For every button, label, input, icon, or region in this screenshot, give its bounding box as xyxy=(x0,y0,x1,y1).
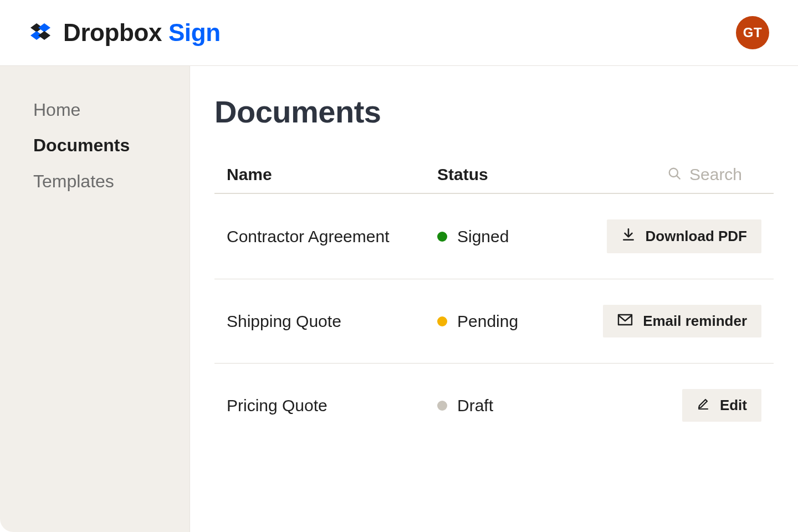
brand-secondary: Sign xyxy=(168,19,221,46)
email-reminder-button[interactable]: Email reminder xyxy=(603,305,761,337)
action-label: Email reminder xyxy=(643,313,747,330)
sidebar-item-home[interactable]: Home xyxy=(33,99,156,120)
main-panel: Documents Name Status Cont xyxy=(190,66,798,532)
table-row: Pricing Quote Draft Edit xyxy=(214,364,774,447)
download-pdf-button[interactable]: Download PDF xyxy=(607,219,761,253)
status-dot-icon xyxy=(437,316,447,326)
sidebar-item-documents[interactable]: Documents xyxy=(33,135,156,156)
status-cell: Signed xyxy=(437,227,584,246)
action-cell: Download PDF xyxy=(584,219,761,253)
search-icon xyxy=(667,166,682,183)
sidebar-item-label: Documents xyxy=(33,135,130,155)
avatar[interactable]: GT xyxy=(736,16,769,49)
document-name: Pricing Quote xyxy=(227,396,437,415)
sidebar-item-label: Home xyxy=(33,100,80,120)
status-label: Signed xyxy=(457,227,509,246)
svg-marker-1 xyxy=(38,23,50,32)
action-cell: Email reminder xyxy=(584,305,761,337)
table-row: Contractor Agreement Signed xyxy=(214,194,774,279)
action-cell: Edit xyxy=(584,389,761,422)
brand-logo[interactable]: Dropbox Sign xyxy=(29,19,221,47)
table-header: Name Status xyxy=(214,157,774,194)
status-cell: Pending xyxy=(437,312,584,331)
status-dot-icon xyxy=(437,232,447,242)
page-title: Documents xyxy=(214,94,774,130)
documents-table: Name Status Contractor Agreement xyxy=(214,157,774,447)
svg-line-5 xyxy=(677,176,679,178)
action-label: Download PDF xyxy=(646,228,747,245)
pencil-icon xyxy=(697,397,710,414)
column-status: Status xyxy=(437,165,584,184)
brand-primary: Dropbox xyxy=(63,19,168,46)
status-label: Draft xyxy=(457,396,493,415)
action-label: Edit xyxy=(720,397,747,414)
sidebar: Home Documents Templates xyxy=(0,66,190,532)
status-dot-icon xyxy=(437,401,447,411)
search-input[interactable] xyxy=(689,165,761,184)
status-label: Pending xyxy=(457,312,518,331)
document-name: Shipping Quote xyxy=(227,312,437,331)
app-header: Dropbox Sign GT xyxy=(0,0,798,66)
brand-wordmark: Dropbox Sign xyxy=(63,19,221,47)
edit-button[interactable]: Edit xyxy=(682,389,761,422)
status-cell: Draft xyxy=(437,396,584,415)
sidebar-item-label: Templates xyxy=(33,171,114,191)
column-name: Name xyxy=(227,165,437,184)
search-wrap xyxy=(584,165,761,184)
table-row: Shipping Quote Pending Email reminder xyxy=(214,279,774,364)
avatar-initials: GT xyxy=(743,25,762,40)
document-name: Contractor Agreement xyxy=(227,227,437,246)
sidebar-item-templates[interactable]: Templates xyxy=(33,171,156,192)
content-area: Home Documents Templates Documents Name … xyxy=(0,66,798,532)
dropbox-sign-logo-icon xyxy=(29,21,52,44)
mail-icon xyxy=(617,313,633,330)
svg-marker-3 xyxy=(38,31,50,40)
download-icon xyxy=(621,227,636,245)
